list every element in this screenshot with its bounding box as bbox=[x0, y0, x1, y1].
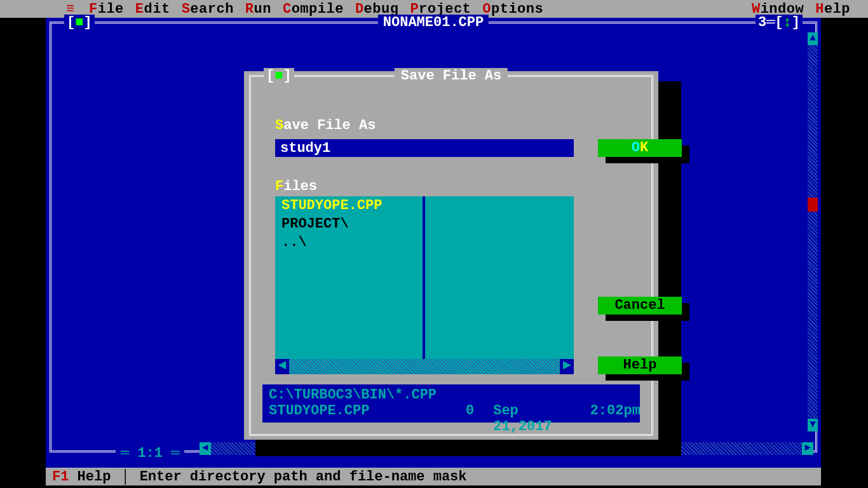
cancel-button[interactable]: Cancel bbox=[598, 297, 682, 315]
menu-edit[interactable]: Edit bbox=[135, 1, 170, 17]
menu-run[interactable]: Run bbox=[245, 1, 271, 17]
dialog-title: Save File As bbox=[395, 68, 508, 84]
status-hotkey[interactable]: F1 Help bbox=[52, 469, 111, 485]
files-listbox[interactable]: STUDYOPE.CPP PROJECT\ ..\ ◄ ► bbox=[275, 196, 574, 374]
info-size: 0 bbox=[466, 403, 474, 435]
status-hint: Enter directory path and file-name mask bbox=[140, 469, 467, 485]
editor-window-controls[interactable]: 3═[↕] bbox=[756, 15, 803, 30]
scroll-down-icon[interactable]: ▼ bbox=[808, 419, 818, 431]
filename-input[interactable]: study1 bbox=[275, 139, 574, 157]
save-file-dialog: [■] Save File As Save File As study1 Fil… bbox=[244, 71, 658, 440]
desktop: [■] NONAME01.CPP 3═[↕] ▲ ▼ ═ 1:1 ═ ◄ ► [… bbox=[46, 18, 821, 468]
scroll-left-icon[interactable]: ◄ bbox=[275, 359, 289, 374]
editor-title: NONAME01.CPP bbox=[378, 15, 489, 30]
menu-options[interactable]: Options bbox=[482, 1, 543, 17]
info-date: Sep 21,2017 bbox=[493, 403, 552, 435]
filename-label: Save File As bbox=[275, 118, 376, 133]
ok-button[interactable]: OK bbox=[598, 139, 682, 157]
file-info-panel: C:\TURBOC3\BIN\*.CPP STUDYOPE.CPP 0 Sep … bbox=[262, 384, 640, 423]
scroll-right-icon[interactable]: ► bbox=[560, 359, 574, 374]
menu-search[interactable]: Search bbox=[182, 1, 234, 17]
scroll-right-icon[interactable]: ► bbox=[802, 442, 813, 455]
help-button[interactable]: Help bbox=[598, 356, 682, 374]
list-column-divider bbox=[423, 196, 425, 362]
info-time: 2:02pm bbox=[590, 403, 641, 435]
scroll-thumb[interactable] bbox=[808, 198, 818, 212]
scroll-left-icon[interactable]: ◄ bbox=[200, 442, 211, 455]
menu-help[interactable]: Help bbox=[815, 1, 850, 17]
cursor-position: ═ 1:1 ═ bbox=[116, 445, 184, 461]
editor-close-icon[interactable]: [■] bbox=[64, 15, 95, 30]
info-filename: STUDYOPE.CPP bbox=[269, 403, 447, 435]
info-path: C:\TURBOC3\BIN\*.CPP bbox=[269, 387, 634, 403]
editor-vertical-scrollbar[interactable]: ▲ ▼ bbox=[808, 45, 818, 419]
files-label: Files bbox=[275, 179, 317, 194]
status-bar: F1 Help │ Enter directory path and file-… bbox=[46, 468, 821, 485]
files-horizontal-scrollbar[interactable]: ◄ ► bbox=[275, 359, 574, 374]
menu-compile[interactable]: Compile bbox=[283, 1, 344, 17]
scroll-up-icon[interactable]: ▲ bbox=[808, 32, 818, 45]
dialog-close-icon[interactable]: [■] bbox=[264, 68, 294, 84]
